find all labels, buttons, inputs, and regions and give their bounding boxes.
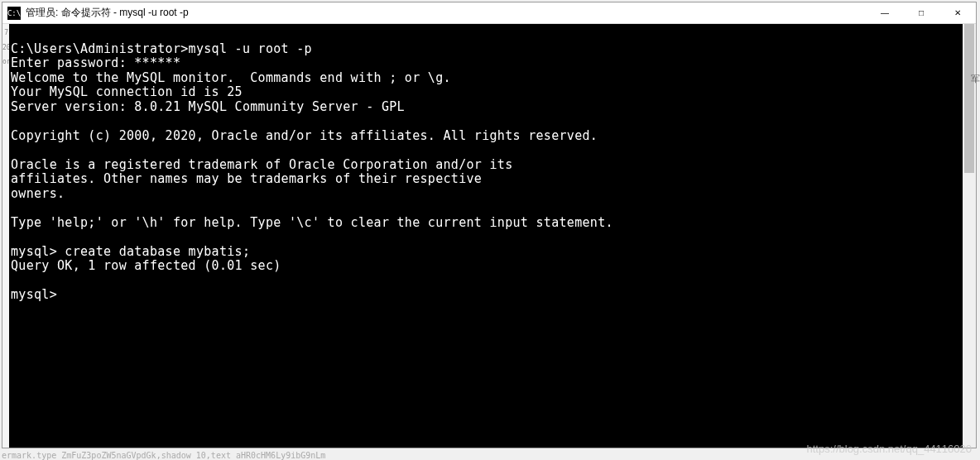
minimize-button[interactable]: — (867, 2, 903, 24)
left-gutter: 720or (2, 24, 9, 448)
side-marker: 军 (971, 73, 980, 85)
bottom-garbage-text: ermark.type_ZmFuZ3poZW5naGVpdGk,shadow_1… (2, 451, 325, 460)
terminal-container: 720or C:\Users\Administrator>mysql -u ro… (2, 24, 976, 448)
window-title: 管理员: 命令提示符 - mysql -u root -p (26, 6, 867, 20)
window-controls: — □ ✕ (867, 2, 976, 24)
watermark-text: https://blog.csdn.net/qq_44116020 (807, 443, 973, 455)
vertical-scrollbar[interactable] (963, 24, 976, 448)
cmd-icon: C:\ (7, 7, 21, 20)
scrollbar-thumb[interactable] (964, 24, 974, 173)
titlebar[interactable]: C:\ 管理员: 命令提示符 - mysql -u root -p — □ ✕ (2, 2, 976, 24)
terminal-output[interactable]: C:\Users\Administrator>mysql -u root -p … (9, 24, 963, 448)
close-button[interactable]: ✕ (939, 2, 976, 24)
maximize-button[interactable]: □ (903, 2, 939, 24)
cmd-window: C:\ 管理员: 命令提示符 - mysql -u root -p — □ ✕ … (2, 2, 977, 448)
